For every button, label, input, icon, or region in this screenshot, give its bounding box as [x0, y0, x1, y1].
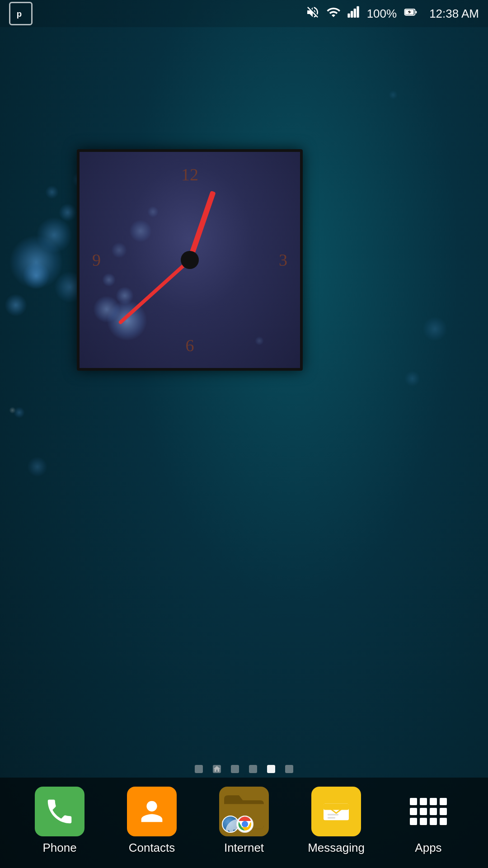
clock-widget[interactable]: 12 6 9 3 [77, 149, 303, 371]
page-dot-5[interactable] [285, 765, 293, 773]
status-bar: p 100% [0, 0, 488, 27]
svg-rect-1 [347, 13, 350, 17]
dock-item-messaging[interactable]: Messaging [298, 787, 375, 855]
status-icons: 100% 12:38 AM [305, 5, 479, 23]
page-indicators [0, 765, 488, 773]
contacts-icon[interactable] [127, 787, 177, 836]
messaging-icon[interactable] [311, 787, 361, 836]
clock-num-3: 3 [279, 250, 287, 270]
svg-rect-7 [416, 11, 417, 13]
svg-rect-12 [328, 814, 339, 816]
battery-percentage: 100% [367, 7, 397, 21]
internet-icon[interactable] [219, 787, 269, 836]
apps-grid [408, 796, 449, 827]
dock-item-internet[interactable]: Internet [206, 787, 282, 855]
status-time: 12:38 AM [429, 7, 479, 21]
p-icon: p [9, 2, 33, 25]
wifi-icon [325, 5, 342, 23]
clock-num-9: 9 [92, 250, 101, 270]
page-dot-0[interactable] [195, 765, 203, 773]
page-dot-2[interactable] [231, 765, 239, 773]
svg-rect-11 [324, 803, 349, 810]
page-dot-home[interactable] [213, 765, 221, 773]
svg-rect-3 [353, 9, 356, 18]
mute-icon [305, 5, 320, 23]
messaging-label: Messaging [308, 841, 365, 855]
dock-item-contacts[interactable]: Contacts [113, 787, 190, 855]
page-dot-3[interactable] [249, 765, 257, 773]
battery-charging-icon [402, 5, 419, 23]
wallpaper [0, 0, 488, 868]
apps-icon[interactable] [404, 787, 453, 836]
internet-label: Internet [224, 841, 264, 855]
phone-icon[interactable] [35, 787, 84, 836]
phone-label: Phone [42, 841, 76, 855]
page-dot-4[interactable] [267, 765, 275, 773]
hour-hand [187, 191, 216, 261]
clock-face: 12 6 9 3 [80, 152, 300, 368]
svg-rect-4 [357, 6, 359, 17]
dock: Phone Contacts [0, 778, 488, 868]
svg-text:p: p [17, 9, 22, 19]
svg-rect-13 [328, 817, 336, 819]
clock-num-6: 6 [186, 335, 194, 355]
dock-item-phone[interactable]: Phone [21, 787, 98, 855]
svg-point-9 [243, 822, 247, 826]
contacts-label: Contacts [129, 841, 175, 855]
dock-item-apps[interactable]: Apps [390, 787, 467, 855]
signal-icon [347, 5, 361, 23]
clock-num-12: 12 [181, 165, 198, 184]
svg-rect-2 [351, 11, 353, 18]
clock-center [181, 251, 199, 269]
apps-label: Apps [415, 841, 441, 855]
